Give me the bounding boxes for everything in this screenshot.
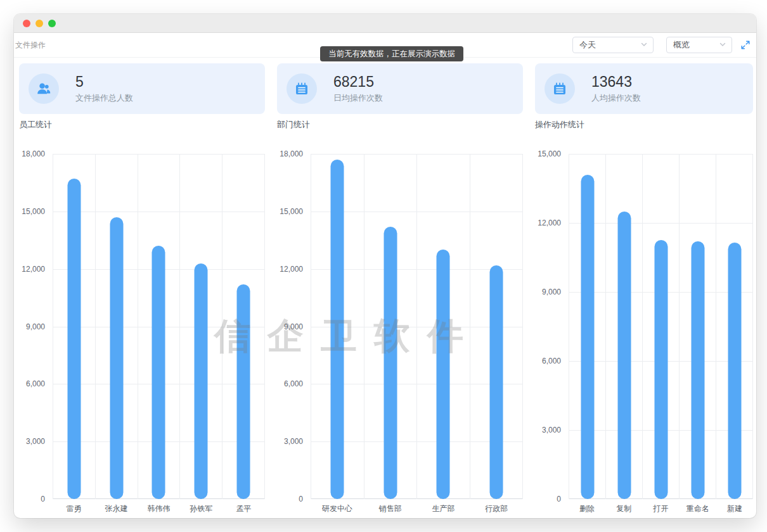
x-axis-label: 新建 (716, 504, 753, 514)
stat-value: 13643 (591, 73, 641, 91)
x-axis-labels: 雷勇张永建韩伟伟孙铁军孟平 (53, 499, 265, 514)
y-axis-tick: 3,000 (542, 426, 561, 434)
bar-韩伟伟[interactable] (152, 246, 165, 499)
x-axis-label: 打开 (642, 504, 679, 514)
y-axis-tick: 15,000 (22, 207, 45, 216)
stat-card-daily-ops: 68215 日均操作次数 (277, 63, 523, 114)
fullscreen-icon[interactable] (740, 40, 751, 50)
stat-cards-row: 5 文件操作总人数 68215 日均操作次数 (14, 58, 756, 114)
y-axis-tick: 9,000 (542, 288, 561, 296)
stat-card-total-users: 5 文件操作总人数 (19, 63, 265, 114)
stat-card-per-user-ops: 13643 人均操作次数 (535, 63, 753, 114)
bar-行政部[interactable] (489, 265, 503, 499)
chart-column (364, 154, 418, 499)
x-axis-label: 孙铁军 (180, 504, 222, 514)
x-axis-label: 行政部 (470, 504, 523, 514)
zoom-button[interactable] (48, 20, 56, 27)
x-axis-labels: 研发中心销售部生产部行政部 (311, 499, 523, 514)
x-axis-label: 孟平 (222, 504, 265, 514)
y-axis-tick: 3,000 (284, 437, 303, 446)
chevron-down-icon (640, 41, 648, 50)
bar-删除[interactable] (581, 175, 594, 499)
plot-area (569, 154, 753, 499)
y-axis-tick: 15,000 (538, 149, 561, 158)
chart-action-stats: 操作动作统计 15,00012,0009,0006,0003,0000 删除复制… (535, 119, 753, 514)
bar-销售部[interactable] (384, 227, 397, 499)
y-axis: 18,00015,00012,0009,0006,0003,0000 (277, 154, 311, 499)
plot-area (53, 154, 265, 499)
charts-row: 员工统计 18,00015,00012,0009,0006,0003,0000 … (14, 114, 756, 514)
bar-研发中心[interactable] (331, 160, 344, 499)
chart-column (222, 154, 265, 499)
y-axis: 18,00015,00012,0009,0006,0003,0000 (19, 154, 53, 499)
app-window: 文件操作 今天 概览 当前无有效数据，正在展示演示数据 (14, 14, 756, 518)
bar-雷勇[interactable] (67, 179, 81, 499)
y-axis: 15,00012,0009,0006,0003,0000 (535, 154, 569, 499)
y-axis-tick: 12,000 (280, 265, 303, 274)
x-axis-label: 删除 (569, 504, 605, 514)
minimize-button[interactable] (35, 20, 43, 27)
x-axis-labels: 删除复制打开重命名新建 (569, 499, 753, 514)
notepad-icon (287, 73, 317, 104)
y-axis-tick: 9,000 (26, 322, 45, 331)
titlebar (14, 14, 756, 33)
y-axis-tick: 6,000 (542, 357, 561, 365)
y-axis-tick: 18,000 (22, 149, 45, 158)
chart-column (643, 154, 680, 499)
y-axis-tick: 0 (557, 495, 561, 504)
page-title: 文件操作 (15, 40, 46, 51)
x-axis-label: 生产部 (417, 504, 470, 514)
stat-label: 人均操作次数 (591, 92, 641, 104)
stat-label: 文件操作总人数 (75, 92, 133, 104)
chart-column (470, 154, 524, 499)
x-axis-label: 销售部 (364, 504, 417, 514)
chart-column (417, 154, 470, 499)
chart-title: 员工统计 (19, 119, 265, 130)
bar-生产部[interactable] (437, 250, 450, 499)
notepad-icon (545, 73, 575, 104)
bar-复制[interactable] (617, 212, 631, 499)
time-range-select[interactable]: 今天 (572, 37, 654, 53)
x-axis-label: 韩伟伟 (138, 504, 180, 514)
chart-department-stats: 部门统计 18,00015,00012,0009,0006,0003,0000 … (277, 119, 523, 514)
x-axis-label: 张永建 (95, 504, 138, 514)
stat-value: 68215 (333, 73, 383, 91)
y-axis-tick: 18,000 (280, 149, 303, 158)
bar-孙铁军[interactable] (195, 263, 208, 499)
x-axis-label: 雷勇 (53, 504, 95, 514)
y-axis-tick: 9,000 (284, 322, 303, 331)
y-axis-tick: 0 (299, 495, 303, 504)
chevron-down-icon (719, 41, 726, 50)
view-mode-value: 概览 (673, 39, 719, 51)
close-button[interactable] (23, 20, 30, 27)
stat-label: 日均操作次数 (333, 92, 383, 104)
y-axis-tick: 12,000 (22, 265, 45, 274)
demo-data-toast: 当前无有效数据，正在展示演示数据 (320, 46, 463, 61)
chart-column (680, 154, 716, 499)
chart-column (311, 154, 364, 499)
bar-孟平[interactable] (237, 284, 250, 499)
view-mode-select[interactable]: 概览 (666, 37, 732, 53)
stat-value: 5 (75, 73, 133, 91)
bar-张永建[interactable] (110, 217, 123, 499)
x-axis-label: 研发中心 (311, 504, 364, 514)
y-axis-tick: 12,000 (538, 218, 561, 227)
y-axis-tick: 6,000 (26, 379, 45, 388)
time-range-value: 今天 (579, 39, 640, 51)
bar-重命名[interactable] (691, 241, 704, 499)
chart-column (569, 154, 606, 499)
chart-column (180, 154, 222, 499)
plot-area (311, 154, 523, 499)
x-axis-label: 重命名 (680, 504, 716, 514)
chart-title: 操作动作统计 (535, 119, 753, 130)
users-icon (29, 73, 59, 104)
chart-column (716, 154, 753, 499)
chart-employee-stats: 员工统计 18,00015,00012,0009,0006,0003,0000 … (19, 119, 265, 514)
x-axis-label: 复制 (605, 504, 642, 514)
y-axis-tick: 6,000 (284, 379, 303, 388)
y-axis-tick: 0 (41, 495, 45, 504)
bar-打开[interactable] (654, 240, 667, 499)
chart-title: 部门统计 (277, 119, 523, 130)
chart-column (96, 154, 138, 499)
bar-新建[interactable] (728, 243, 741, 499)
